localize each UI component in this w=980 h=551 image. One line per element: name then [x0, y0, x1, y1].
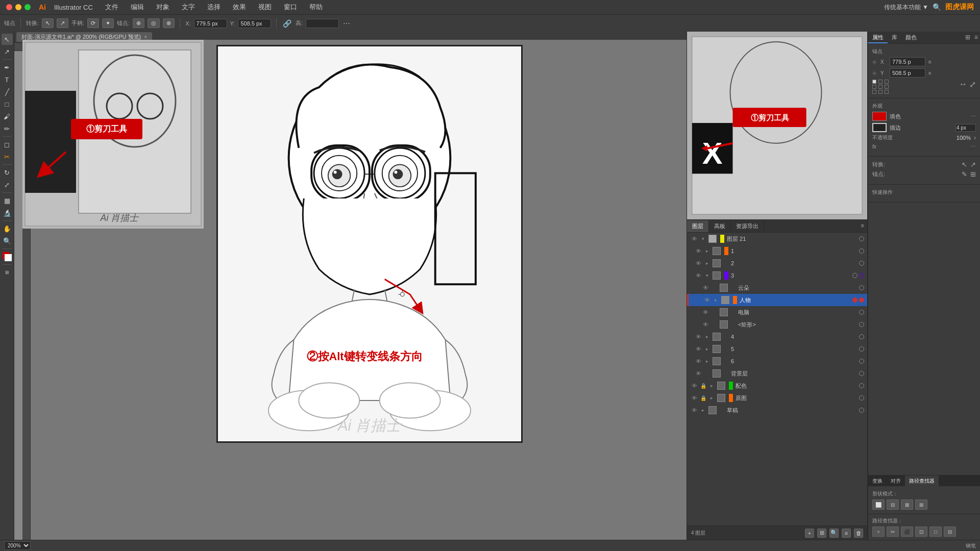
- hand-tool[interactable]: ✋: [2, 223, 13, 234]
- brush-tool[interactable]: 🖌: [2, 111, 13, 122]
- list-item[interactable]: 👁 ▸ 2: [687, 257, 867, 269]
- transform-icon2[interactable]: ↗: [970, 161, 976, 168]
- select-tool[interactable]: ↖: [2, 34, 13, 45]
- menu-effect[interactable]: 效果: [231, 2, 248, 13]
- direct-select-tool[interactable]: ↗: [2, 46, 13, 57]
- anchor-tc[interactable]: [878, 80, 883, 84]
- expand-toggle[interactable]: ▸: [704, 248, 710, 254]
- properties-tab[interactable]: 属性: [868, 32, 888, 43]
- stroke-width-input[interactable]: [955, 124, 976, 132]
- visibility-toggle[interactable]: 👁: [703, 296, 711, 304]
- y-expand-icon[interactable]: ≡: [928, 70, 932, 76]
- pen-tool[interactable]: ✒: [2, 62, 13, 73]
- zoom-tool[interactable]: 🔍: [2, 235, 13, 246]
- minus-back-button[interactable]: ⊟: [944, 527, 956, 537]
- list-item[interactable]: 👁 ▾ 3: [687, 269, 867, 282]
- zoom-select[interactable]: 200% 100% 50%: [4, 541, 31, 550]
- link-icon[interactable]: 🔗: [282, 18, 292, 29]
- find-layer-button[interactable]: 🔍: [829, 529, 839, 538]
- expand-toggle[interactable]: ▸: [704, 334, 710, 340]
- opacity-expand-icon[interactable]: ›: [974, 134, 976, 141]
- crop-button[interactable]: ⊡: [915, 527, 927, 537]
- expand-toggle[interactable]: ▸: [713, 297, 719, 303]
- layer-options-button[interactable]: ≡: [842, 529, 851, 538]
- anchor-ml[interactable]: [872, 85, 876, 89]
- scale-tool[interactable]: ⤢: [2, 179, 13, 190]
- canvas-content[interactable]: 100 200 300 400 500 600 700: [22, 40, 687, 540]
- anchor-br[interactable]: [885, 90, 889, 94]
- scale-options-icon[interactable]: ⤢: [969, 80, 976, 94]
- menu-file[interactable]: 文件: [103, 2, 120, 13]
- merge-button[interactable]: ⬛: [901, 527, 913, 537]
- add-artboard-button[interactable]: ⊞: [817, 529, 826, 538]
- panel-menu-icon[interactable]: ≡: [858, 220, 867, 232]
- x-input[interactable]: [194, 19, 227, 28]
- visibility-toggle[interactable]: 👁: [690, 406, 698, 414]
- panel-icon2[interactable]: ≡: [972, 32, 980, 43]
- expand-toggle[interactable]: ▾: [700, 236, 706, 242]
- exclude-button[interactable]: ⊞: [915, 499, 927, 510]
- new-layer-button[interactable]: +: [805, 529, 814, 538]
- anchor-tr[interactable]: [885, 80, 889, 84]
- outline-button[interactable]: □: [929, 527, 942, 537]
- expand-toggle[interactable]: ▸: [704, 358, 710, 364]
- list-item[interactable]: 👁 ▸ 6: [687, 355, 867, 367]
- expand-toggle[interactable]: [704, 370, 710, 377]
- eraser-tool[interactable]: ◻: [2, 139, 13, 150]
- gradient-tool[interactable]: ▦: [2, 195, 13, 206]
- type-tool[interactable]: T: [2, 74, 13, 85]
- canvas-area[interactable]: 封面-演示源文件1.ai* @ 200% (RGB/GPU 预览) × 10 6…: [14, 32, 687, 540]
- line-tool[interactable]: ╱: [2, 86, 13, 97]
- menu-help[interactable]: 帮助: [307, 2, 325, 13]
- more-options-icon[interactable]: ⋯: [970, 113, 976, 120]
- list-item[interactable]: 👁 🔒 ▸ 原图: [687, 392, 867, 404]
- menu-text[interactable]: 文字: [180, 2, 197, 13]
- pathfinder-tab[interactable]: 路径查找器: [905, 475, 939, 486]
- transform-btn1[interactable]: ↖: [42, 18, 54, 28]
- close-button[interactable]: [6, 4, 12, 10]
- visibility-toggle[interactable]: 👁: [690, 235, 698, 243]
- list-item[interactable]: 👁 <矩形>: [687, 318, 867, 331]
- list-item[interactable]: 👁 ▸ 1: [687, 245, 867, 257]
- handle-btn2[interactable]: ✦: [102, 18, 114, 28]
- list-item[interactable]: 👁 ▾ 图层 21: [687, 233, 867, 245]
- anchor-btn3[interactable]: ⊗: [163, 18, 175, 28]
- add-fx-button[interactable]: ⋯: [970, 143, 976, 150]
- anchor-point-edit-icon[interactable]: ✎: [962, 170, 967, 178]
- library-tab[interactable]: 库: [888, 32, 901, 43]
- intersect-button[interactable]: ⊠: [901, 499, 913, 510]
- transform-icon1[interactable]: ↖: [962, 161, 967, 168]
- visibility-toggle[interactable]: 👁: [701, 320, 709, 329]
- unite-button[interactable]: ⬜: [872, 499, 885, 510]
- visibility-toggle[interactable]: 👁: [690, 382, 698, 390]
- y-coord-input[interactable]: [890, 68, 925, 78]
- expand-toggle[interactable]: [711, 321, 717, 328]
- height-input[interactable]: [306, 19, 339, 28]
- x-expand-icon[interactable]: ≡: [928, 59, 932, 65]
- menu-illustrator[interactable]: Illustrator CC: [52, 3, 95, 12]
- menu-window[interactable]: 窗口: [282, 2, 299, 13]
- transform-options-icon[interactable]: ↔: [959, 80, 967, 94]
- list-item[interactable]: 👁 🔒 ▸ 配色: [687, 380, 867, 392]
- artboards-tab[interactable]: 高板: [709, 220, 731, 232]
- anchor-btn1[interactable]: ⊕: [133, 18, 144, 28]
- anchor-point-option-icon[interactable]: ⊞: [970, 170, 976, 178]
- list-item[interactable]: 👁 ▸ 人物: [687, 294, 867, 306]
- expand-toggle[interactable]: ▸: [700, 407, 706, 413]
- shape-tool[interactable]: □: [2, 98, 13, 110]
- expand-toggle[interactable]: ▸: [704, 346, 710, 352]
- menu-view[interactable]: 视图: [256, 2, 274, 13]
- list-item[interactable]: 👁 云朵: [687, 282, 867, 294]
- anchor-mc[interactable]: [878, 85, 883, 89]
- transform-bottom-tab[interactable]: 变换: [868, 475, 887, 486]
- anchor-bc[interactable]: [878, 90, 883, 94]
- eyedrop-tool[interactable]: 🔬: [2, 207, 13, 218]
- stroke-swatch[interactable]: [872, 123, 887, 132]
- list-item[interactable]: 👁 ▸ 4: [687, 331, 867, 343]
- search-icon[interactable]: 🔍: [933, 3, 941, 11]
- visibility-toggle[interactable]: 👁: [694, 345, 702, 353]
- anchor-bl[interactable]: [872, 90, 876, 94]
- asset-export-tab[interactable]: 资源导出: [731, 220, 764, 232]
- color-tab[interactable]: 颜色: [901, 32, 921, 43]
- list-item[interactable]: 👁 背景层: [687, 367, 867, 380]
